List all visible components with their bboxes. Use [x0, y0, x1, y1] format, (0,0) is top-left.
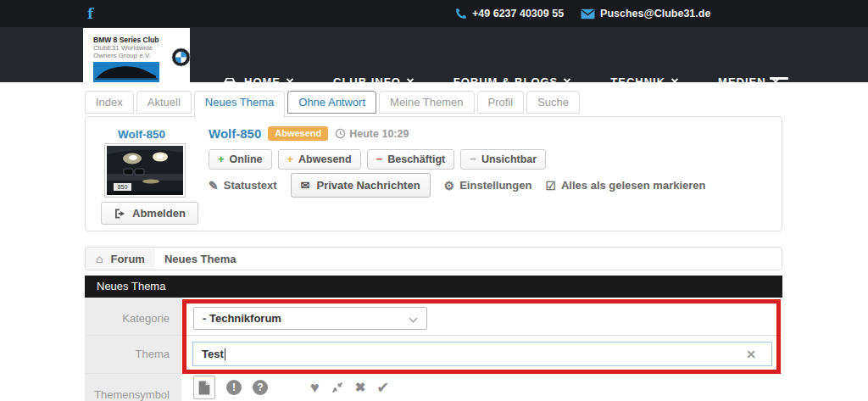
- chevron-down-icon: [407, 75, 414, 82]
- settings-link[interactable]: ⚙ Einstellungen: [444, 179, 532, 192]
- nav-item-technik[interactable]: TECHNIK: [590, 75, 698, 88]
- clock-icon: [335, 128, 346, 139]
- status-beschaeftigt-button[interactable]: − Beschäftigt: [367, 149, 455, 170]
- topic-input[interactable]: Test ✕: [192, 342, 772, 366]
- statustext-link[interactable]: ✎ Statustext: [209, 179, 277, 192]
- tab-neues-thema[interactable]: Neues Thema: [194, 91, 285, 118]
- user-info-panel: Wolf-850 850 Abmelden Wolf-850 Abwesend: [85, 116, 782, 231]
- envelope-icon: ✉: [301, 179, 310, 192]
- logo-subtitle: ClubE31 Worldwide: [93, 44, 159, 52]
- tab-profil[interactable]: Profil: [477, 91, 525, 114]
- tab-suche[interactable]: Suche: [526, 91, 580, 114]
- tab-index[interactable]: Index: [85, 91, 134, 114]
- chevron-down-icon: [287, 75, 293, 82]
- status-badge: Abwesend: [268, 126, 328, 141]
- avatar[interactable]: 850: [104, 143, 186, 198]
- new-topic-form: Kategorie - Technikforum Thema Test ✕ Th…: [85, 298, 782, 401]
- breadcrumb-current: Neues Thema: [164, 253, 236, 265]
- last-activity: Heute 10:29: [335, 128, 409, 140]
- status-abwesend-button[interactable]: + Abwesend: [278, 149, 361, 170]
- row-divider: [85, 373, 782, 374]
- category-label: Kategorie: [85, 312, 170, 325]
- logout-button[interactable]: Abmelden: [101, 202, 198, 225]
- username-link[interactable]: Wolf-850: [86, 128, 198, 141]
- phone-contact: +49 6237 40309 55: [454, 8, 564, 20]
- clear-input-icon[interactable]: ✕: [746, 348, 756, 361]
- minus-icon: −: [376, 153, 383, 165]
- email-address: Pusches@Clube31.de: [600, 8, 710, 19]
- times-icon[interactable]: ✖: [355, 380, 366, 395]
- private-messages-button[interactable]: ✉ Private Nachrichten: [291, 173, 431, 198]
- logo-title: BMW 8 Series Club: [93, 36, 159, 44]
- nav-item-home[interactable]: HOME: [202, 75, 313, 88]
- topic-label: Thema: [85, 348, 170, 360]
- sign-out-icon: [114, 208, 125, 220]
- text-cursor: [225, 348, 225, 360]
- topic-icon-label: Themensymbol: [85, 388, 170, 401]
- check-icon[interactable]: ✔: [376, 380, 389, 395]
- forum-tab-bar: Index Aktuell Neues Thema Ohne Antwort M…: [85, 91, 580, 118]
- top-contact-bar: f +49 6237 40309 55 Pusches@Clube31.de: [0, 0, 868, 27]
- row-divider: [85, 335, 782, 336]
- checkbox-checked-icon: ☑: [545, 179, 556, 192]
- license-plate-text: 850: [118, 184, 128, 190]
- plus-icon: +: [287, 153, 294, 165]
- plus-icon: +: [218, 153, 225, 165]
- tab-aktuell[interactable]: Aktuell: [136, 91, 192, 114]
- compress-arrows-icon[interactable]: [331, 381, 344, 394]
- topic-icon-picker: ! ? ♥ ✖ ✔: [193, 376, 389, 399]
- car-silhouette-graphic: [93, 62, 159, 82]
- user-display-name[interactable]: Wolf-850: [209, 126, 261, 141]
- nav-item-club-info[interactable]: CLUB INFO: [313, 75, 433, 88]
- exclamation-circle-icon[interactable]: !: [226, 380, 242, 395]
- category-select[interactable]: - Technikforum: [193, 307, 427, 330]
- envelope-icon: [581, 8, 595, 19]
- email-contact[interactable]: Pusches@Clube31.de: [581, 8, 710, 19]
- home-icon: ⌂: [96, 252, 103, 265]
- pencil-icon: ✎: [209, 179, 219, 192]
- gear-icon: ⚙: [444, 179, 455, 192]
- icon-option-default-selected[interactable]: [193, 376, 215, 399]
- hamburger-menu-icon[interactable]: [770, 77, 788, 94]
- chevron-down-icon: [671, 75, 678, 82]
- breadcrumb-forum[interactable]: ⌂ Forum: [86, 248, 155, 270]
- mark-all-read-link[interactable]: ☑ Alles als gelesen markieren: [545, 179, 705, 192]
- logo-subtitle: Owners Group e.V.: [93, 52, 159, 59]
- nav-item-forum-blogs[interactable]: FORUM & BLOGS: [433, 75, 591, 88]
- chevron-down-icon: [409, 315, 418, 323]
- question-circle-icon[interactable]: ?: [253, 380, 268, 395]
- breadcrumb: ⌂ Forum Neues Thema: [85, 247, 782, 270]
- tab-ohne-antwort[interactable]: Ohne Antwort: [287, 91, 376, 114]
- tab-meine-themen[interactable]: Meine Themen: [379, 91, 474, 114]
- chevron-down-icon: [564, 75, 570, 82]
- phone-number: +49 6237 40309 55: [472, 8, 564, 19]
- car-icon: [222, 76, 237, 88]
- status-online-button[interactable]: + Online: [209, 149, 272, 170]
- phone-icon: [454, 8, 467, 20]
- form-section-header: Neues Thema: [85, 276, 782, 298]
- file-icon: [198, 381, 210, 395]
- minus-icon: −: [470, 153, 476, 165]
- status-unsichtbar-button[interactable]: − Unsichtbar: [460, 149, 546, 170]
- bmw-roundel-icon: [171, 47, 191, 70]
- facebook-icon[interactable]: f: [87, 5, 93, 22]
- club-logo[interactable]: BMW 8 Series Club ClubE31 Worldwide Owne…: [83, 28, 190, 89]
- heart-icon[interactable]: ♥: [310, 380, 320, 395]
